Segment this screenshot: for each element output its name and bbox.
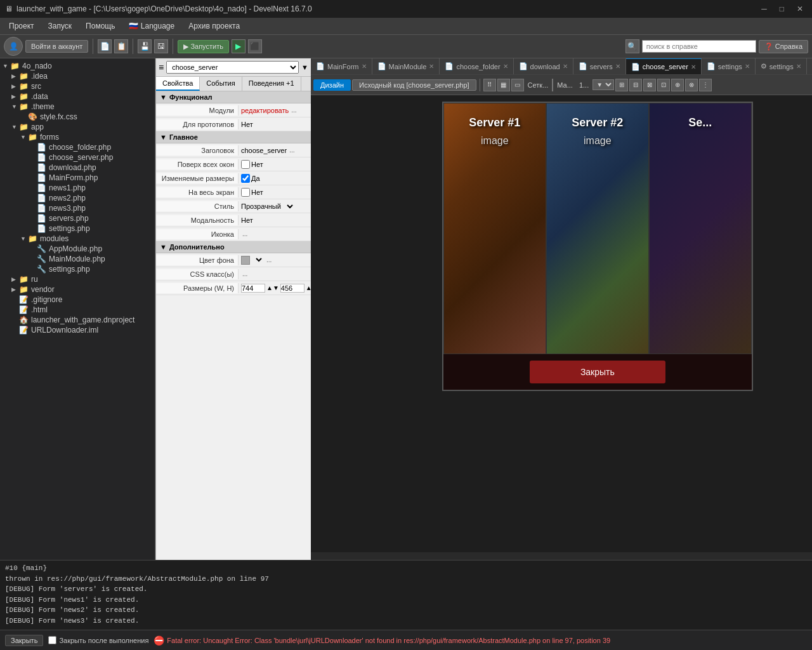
grid2-icon[interactable]: ▦ (497, 79, 510, 91)
tree-item-choose-folder[interactable]: 📄 choose_folder.php (0, 142, 155, 152)
close-server-btn[interactable]: Закрыть (530, 361, 665, 383)
close-after-checkbox[interactable] (48, 636, 56, 644)
tab-close-download[interactable]: ✕ (563, 63, 568, 70)
tab-close-settings1[interactable]: ✕ (745, 63, 750, 70)
tree-item-data[interactable]: ▶ 📁 .data (0, 91, 155, 102)
stop-icon[interactable]: ⬛ (248, 39, 262, 53)
tree-item-app[interactable]: ▼ 📁 app (0, 122, 155, 132)
section-functional[interactable]: ▼ Функционал (156, 91, 311, 103)
tab-close-settings2[interactable]: ✕ (796, 63, 801, 70)
align5-icon[interactable]: ⊕ (671, 79, 684, 91)
tree-item-html[interactable]: 📝 .html (0, 305, 155, 315)
tree-item-modules[interactable]: ▼ 📁 modules (0, 234, 155, 244)
width-input[interactable] (241, 284, 265, 293)
tab-mainform[interactable]: 📄 MainForm ✕ (311, 58, 372, 75)
icon-edit-btn[interactable]: ... (241, 230, 249, 238)
menu-run[interactable]: Запуск (42, 20, 79, 32)
align6-icon[interactable]: ⊗ (685, 79, 698, 91)
tree-item-forms[interactable]: ▼ 📁 forms (0, 132, 155, 142)
tree-item-mainmodule[interactable]: 🔧 MainModule.php (0, 254, 155, 264)
run-icon[interactable]: ▶ (232, 39, 246, 53)
tab-close-servers[interactable]: ✕ (615, 63, 620, 70)
tab-settings1[interactable]: 📄 settings ✕ (702, 58, 756, 75)
save2-icon[interactable]: 🖫 (154, 39, 168, 53)
grid-icon[interactable]: ⠿ (483, 79, 496, 91)
menu-project[interactable]: Проект (3, 20, 41, 32)
login-button[interactable]: Войти в аккаунт (25, 40, 88, 53)
bgcolor-edit-btn[interactable]: ... (265, 256, 273, 264)
section-main[interactable]: ▼ Главное (156, 131, 311, 143)
section-additional[interactable]: ▼ Дополнительно (156, 241, 311, 253)
source-view-btn[interactable]: Исходный код [choose_server.php] (352, 79, 476, 91)
css-edit-btn[interactable]: ... (241, 270, 249, 278)
tab-download[interactable]: 📄 download ✕ (514, 58, 573, 75)
maximize-btn[interactable]: □ (776, 3, 788, 15)
tree-item-settings-module[interactable]: 🔧 settings.php (0, 264, 155, 274)
tab-properties[interactable]: Свойства (156, 77, 200, 91)
tree-item-news1[interactable]: 📄 news1.php (0, 183, 155, 193)
save-icon[interactable]: 💾 (138, 39, 152, 53)
tree-item-mainform[interactable]: 📄 MainForm.php (0, 173, 155, 183)
height-input[interactable] (280, 284, 304, 293)
align3-icon[interactable]: ⊠ (643, 79, 656, 91)
resizable-checkbox[interactable] (241, 174, 250, 183)
statusbar-close-btn[interactable]: Закрыть (5, 635, 43, 646)
search-icon[interactable]: 🔍 (625, 39, 639, 53)
horizontal-scrollbar[interactable] (311, 552, 812, 560)
design-view-btn[interactable]: Дизайн (313, 79, 351, 91)
tree-item-theme[interactable]: ▼ 📁 .theme (0, 102, 155, 112)
tree-item-vendor[interactable]: ▶ 📁 vendor (0, 284, 155, 295)
minimize-btn[interactable]: ─ (757, 3, 771, 15)
fullscreen-checkbox[interactable] (241, 188, 250, 197)
tab-servers[interactable]: 📄 servers ✕ (573, 58, 626, 75)
align1-icon[interactable]: ⊞ (615, 79, 628, 91)
server-card-3[interactable]: Se... (649, 103, 752, 354)
tab-events[interactable]: События (200, 77, 242, 91)
align7-icon[interactable]: ⋮ (699, 79, 712, 91)
tree-item-root[interactable]: ▼ 📁 4o_nado (0, 61, 155, 71)
help-button[interactable]: ❓ Справка (759, 40, 808, 53)
run-button[interactable]: ▶ Запустить (178, 40, 229, 53)
tab-close-choose-server[interactable]: ✕ (691, 63, 696, 70)
tree-item-ru[interactable]: ▶ 📁 ru (0, 274, 155, 284)
bgcolor-select[interactable]: ▼ (251, 256, 264, 264)
tree-item-servers[interactable]: 📄 servers.php (0, 213, 155, 223)
new-icon[interactable]: 📄 (98, 39, 112, 53)
tree-item-src[interactable]: ▶ 📁 src (0, 81, 155, 91)
title-bar-controls[interactable]: ─ □ ✕ (757, 3, 807, 15)
tab-close-mainform[interactable]: ✕ (362, 63, 367, 70)
tab-behaviors[interactable]: Поведения +1 (242, 77, 301, 91)
tree-item-news3[interactable]: 📄 news3.php (0, 203, 155, 213)
tree-item-gitignore[interactable]: 📝 .gitignore (0, 295, 155, 305)
tree-item-idea[interactable]: ▶ 📁 .idea (0, 71, 155, 81)
new2-icon[interactable]: 📋 (114, 39, 128, 53)
tree-item-style[interactable]: 🎨 style.fx.css (0, 112, 155, 122)
tab-close-mainmodule[interactable]: ✕ (429, 63, 434, 70)
tab-mainmodule[interactable]: 📄 MainModule ✕ (372, 58, 440, 75)
tree-item-download[interactable]: 📄 download.php (0, 162, 155, 173)
search-input[interactable] (642, 40, 756, 53)
tree-item-choose-server[interactable]: 📄 choose_server.php (0, 152, 155, 162)
tab-settings2[interactable]: ⚙ settings ✕ (756, 58, 807, 75)
tab-choose-server[interactable]: 📄 choose_server ✕ (626, 58, 702, 75)
topmost-checkbox[interactable] (241, 160, 250, 169)
server-card-1[interactable]: Server #1 image (443, 103, 546, 354)
tree-item-iml[interactable]: 📝 URLDownloader.iml (0, 325, 155, 335)
tree-item-news2[interactable]: 📄 news2.php (0, 193, 155, 203)
zoom-select[interactable]: ▼ (593, 79, 614, 90)
modules-edit-btn[interactable]: ... (290, 106, 298, 114)
align4-icon[interactable]: ⊡ (657, 79, 670, 91)
menu-help[interactable]: Помощь (79, 20, 121, 32)
tree-item-dnproject[interactable]: 🏠 launcher_with_game.dnproject (0, 315, 155, 325)
rect-icon[interactable]: ▭ (511, 79, 524, 91)
style-select[interactable] (282, 202, 295, 211)
close-after-label[interactable]: Закрыть после выполнения (48, 636, 148, 644)
tree-item-appmodule[interactable]: 🔧 AppModule.php (0, 244, 155, 254)
tab-close-choose-folder[interactable]: ✕ (503, 63, 508, 70)
tab-choose-folder[interactable]: 📄 choose_folder ✕ (440, 58, 513, 75)
tab-loader[interactable]: 📄 Загрузчик ✕ (807, 58, 812, 75)
menu-language[interactable]: 🇷🇺 Language (122, 20, 181, 32)
server-card-2[interactable]: Server #2 image (546, 103, 649, 354)
title-edit-btn[interactable]: ... (288, 146, 296, 154)
close-btn[interactable]: ✕ (793, 3, 807, 15)
